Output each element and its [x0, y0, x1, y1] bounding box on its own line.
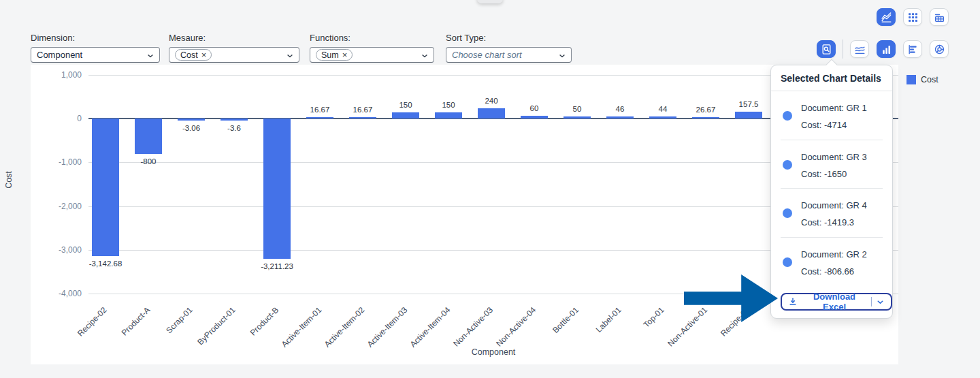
hbar-chart-icon	[907, 44, 919, 55]
y-tick-label: -4,000	[34, 289, 82, 298]
toolbar-separator	[843, 40, 843, 59]
popup-item[interactable]: Document: GR 4Cost: -1419.3	[771, 189, 892, 237]
popup-item-document: Document: GR 4	[801, 201, 867, 210]
token-remove-icon[interactable]: ×	[342, 50, 348, 59]
hbar-chart-button[interactable]	[903, 40, 922, 58]
popup-item-cost: Cost: -4714	[801, 121, 867, 130]
bar-Non-Active-03[interactable]	[478, 108, 505, 119]
bar-value-label: -3.6	[203, 124, 265, 132]
measure-filter-group: Mesaure: Cost ×	[169, 33, 299, 63]
download-icon	[788, 297, 798, 306]
series-bullet-icon	[783, 257, 792, 267]
chevron-down-icon	[421, 52, 429, 60]
bar-Product-B[interactable]	[263, 119, 291, 259]
bar-Active-Item-03[interactable]	[392, 112, 419, 119]
sort-type-placeholder: Choose chart sort	[452, 50, 522, 60]
bar-Active-Item-04[interactable]	[435, 112, 462, 119]
bar-Active-Item-01[interactable]	[306, 117, 333, 119]
functions-token: Sum ×	[316, 49, 353, 61]
popup-item-cost: Cost: -806.66	[801, 267, 867, 277]
chart-panel: Cost 1,0000-1,000-2,000-3,000-4,000-3,14…	[31, 65, 898, 364]
bar-value-label: -3,211.23	[246, 262, 308, 270]
popup-item-cost: Cost: -1650	[801, 170, 867, 179]
bar-Scrap-01[interactable]	[178, 119, 205, 121]
popup-item-lines: Document: GR 1Cost: -4714	[801, 101, 867, 131]
donut-chart-button[interactable]	[930, 40, 949, 58]
sort-type-select[interactable]: Choose chart sort	[446, 47, 572, 63]
line-chart-icon	[854, 44, 866, 55]
y-tick-label: -3,000	[34, 245, 82, 255]
measure-label: Mesaure:	[169, 33, 299, 43]
view-switch-toolbar	[877, 8, 949, 26]
dimension-select[interactable]: Component	[31, 47, 160, 63]
popup-item[interactable]: Document: GR 1Cost: -4714	[771, 91, 892, 140]
chevron-down-icon[interactable]	[876, 298, 885, 306]
y-axis-title: Cost	[4, 159, 14, 200]
dimension-label: Dimension:	[31, 33, 160, 43]
bar-Bottle-01[interactable]	[564, 116, 591, 119]
document-search-button[interactable]	[817, 40, 836, 58]
functions-label: Functions:	[310, 33, 434, 43]
series-bullet-icon	[783, 111, 792, 121]
chevron-down-icon	[286, 52, 294, 60]
sort-type-label: Sort Type:	[446, 33, 572, 43]
bar-chart-icon	[881, 44, 892, 55]
table-button[interactable]	[930, 8, 949, 26]
y-tick-label: -1,000	[34, 157, 82, 167]
bar-value-label: -800	[118, 157, 179, 166]
popup-item-lines: Document: GR 4Cost: -1419.3	[801, 199, 867, 228]
token-remove-icon[interactable]: ×	[201, 50, 207, 59]
popup-item-lines: Document: GR 2Cost: -806.66	[801, 248, 867, 277]
chart-area-button[interactable]	[877, 8, 896, 26]
chevron-down-icon	[146, 52, 154, 60]
bar-Top-01[interactable]	[649, 116, 676, 119]
legend-label: Cost	[921, 75, 938, 84]
grid-icon	[907, 12, 919, 23]
donut-chart-icon	[934, 44, 945, 55]
y-tick-label: 1,000	[34, 70, 82, 80]
series-bullet-icon	[783, 160, 792, 170]
chevron-down-icon	[558, 52, 566, 60]
popup-item[interactable]: Document: GR 2Cost: -806.66	[771, 238, 892, 286]
chart-type-toolbar	[817, 40, 949, 59]
measure-token: Cost ×	[175, 49, 212, 61]
y-tick-label: -2,000	[34, 202, 82, 211]
bar-chart-button[interactable]	[877, 40, 896, 58]
download-excel-label: Download Excel	[802, 292, 867, 312]
bar-Recipe-02[interactable]	[92, 119, 119, 256]
bar-Non-Active-01[interactable]	[692, 117, 719, 119]
bar-value-label: 240	[461, 97, 522, 105]
popup-item-lines: Document: GR 3Cost: -1650	[801, 151, 867, 180]
measure-select[interactable]: Cost ×	[169, 47, 299, 63]
bar-Label-01[interactable]	[606, 116, 634, 119]
line-chart-button[interactable]	[850, 40, 869, 58]
download-excel-button[interactable]: Download Excel	[781, 293, 892, 311]
legend-swatch	[906, 75, 916, 84]
top-edge-pill	[477, 0, 503, 3]
popup-item-cost: Cost: -1419.3	[801, 218, 867, 227]
bar-Active-Item-02[interactable]	[349, 117, 376, 119]
y-tick-label: 0	[34, 114, 82, 123]
series-bullet-icon	[783, 208, 792, 218]
popup-item[interactable]: Document: GR 3Cost: -1650	[771, 140, 892, 189]
x-axis-title: Component	[88, 347, 898, 357]
selected-chart-details-popup: Selected Chart Details Document: GR 1Cos…	[770, 65, 893, 319]
dimension-filter-group: Dimension: Component	[31, 33, 160, 63]
popup-item-list: Document: GR 1Cost: -4714Document: GR 3C…	[771, 91, 892, 285]
bar-value-label: -3,142.68	[75, 259, 136, 268]
grid-button[interactable]	[903, 8, 922, 26]
popup-item-document: Document: GR 1	[801, 104, 867, 113]
functions-select[interactable]: Sum ×	[310, 47, 434, 63]
bar-Product-A[interactable]	[135, 119, 162, 153]
bar-Non-Active-04[interactable]	[521, 116, 548, 119]
split-button-divider	[871, 297, 872, 306]
download-excel-wrap: Download Excel	[781, 293, 892, 311]
popup-item-document: Document: GR 2	[801, 250, 867, 259]
bar-Recipe-01[interactable]	[735, 112, 762, 119]
bar-ByProduct-01[interactable]	[220, 119, 248, 121]
document-search-icon	[821, 44, 832, 55]
dimension-value: Component	[37, 50, 82, 60]
chart-area-icon	[881, 12, 892, 23]
sort-filter-group: Sort Type: Choose chart sort	[446, 33, 572, 63]
functions-filter-group: Functions: Sum ×	[310, 33, 434, 63]
